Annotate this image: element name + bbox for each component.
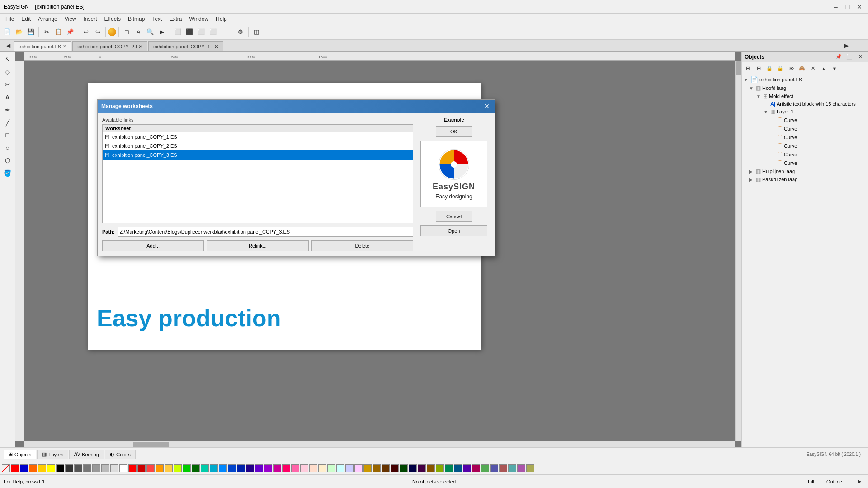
- color-swatch-maroon[interactable]: [391, 464, 399, 472]
- ws-row-2[interactable]: 🖹 exhibition panel_COPY_2 ES: [103, 141, 413, 150]
- undo-button[interactable]: ↩: [80, 27, 91, 38]
- color-swatch-forest[interactable]: [400, 464, 408, 472]
- line-tool[interactable]: ╱: [2, 117, 14, 128]
- obj-collapse-button[interactable]: ⊟: [754, 64, 764, 74]
- print-button[interactable]: 🖨: [133, 27, 144, 38]
- color-swatch-lightpurple[interactable]: [354, 464, 363, 472]
- color-swatch-plum[interactable]: [418, 464, 426, 472]
- color-swatch-slate[interactable]: [490, 464, 498, 472]
- menu-window[interactable]: Window: [185, 15, 212, 23]
- tab-scroll-left[interactable]: ◀: [3, 40, 14, 51]
- color-swatch-grape[interactable]: [463, 464, 471, 472]
- menu-effects[interactable]: Effects: [101, 15, 124, 23]
- color-swatch-teal[interactable]: [201, 464, 209, 472]
- color-swatch-mintgreen[interactable]: [327, 464, 335, 472]
- tab-copy-1[interactable]: exhibition panel_COPY_1.ES: [148, 41, 223, 51]
- open-button[interactable]: 📂: [14, 27, 24, 38]
- color-swatch-yellow-o[interactable]: [38, 464, 46, 472]
- new-button[interactable]: 📄: [2, 27, 13, 38]
- color-swatch-hotpink[interactable]: [282, 464, 290, 472]
- add-button[interactable]: Add...: [102, 240, 204, 251]
- relink-button[interactable]: Relink...: [207, 240, 308, 251]
- minimize-button[interactable]: –: [831, 2, 841, 12]
- color-swatch-darkgray[interactable]: [65, 464, 73, 472]
- color-swatch-lightred[interactable]: [146, 464, 155, 472]
- color-swatch-sage[interactable]: [481, 464, 489, 472]
- menu-bitmap[interactable]: Bitmap: [124, 15, 148, 23]
- vscroll-thumb[interactable]: [736, 61, 741, 75]
- tree-curve-5[interactable]: ▶ ⌒ Curve: [742, 150, 868, 159]
- color-swatch-red2[interactable]: [128, 464, 137, 472]
- color-swatch-crimson[interactable]: [472, 464, 480, 472]
- color-swatch-purple[interactable]: [255, 464, 263, 472]
- tree-artistic-text[interactable]: ▶ A| Artistic text block with 15 charact…: [742, 100, 868, 108]
- bottom-tab-colors[interactable]: ◐ Colors: [105, 450, 136, 459]
- menu-edit[interactable]: Edit: [18, 15, 34, 23]
- tree-root[interactable]: ▼ 📄 exhibition panel.ES: [742, 75, 868, 84]
- transform2-button[interactable]: ⬛: [184, 27, 195, 38]
- color-swatch-amber[interactable]: [156, 464, 164, 472]
- bottom-tab-objects[interactable]: ⊞ Objects: [4, 450, 36, 459]
- color-swatch-brown[interactable]: [373, 464, 381, 472]
- color-swatch-sienna[interactable]: [427, 464, 435, 472]
- obj-hide-button[interactable]: 🙈: [797, 64, 807, 74]
- menu-help[interactable]: Help: [212, 15, 231, 23]
- color-swatch-blue-r[interactable]: [20, 464, 28, 472]
- panel-pin-button[interactable]: 📌: [834, 52, 844, 62]
- tree-paskruizen[interactable]: ▶ ▥ Paskruizen laag: [742, 175, 868, 183]
- bottom-tab-kerning[interactable]: AV Kerning: [69, 450, 104, 459]
- maximize-button[interactable]: □: [843, 2, 853, 12]
- color-swatch-gray55[interactable]: [74, 464, 82, 472]
- color-swatch-rose[interactable]: [499, 464, 507, 472]
- color-swatch-gray99[interactable]: [92, 464, 100, 472]
- select-button[interactable]: ◻: [121, 27, 132, 38]
- bottom-tab-layers[interactable]: ▥ Layers: [37, 450, 68, 459]
- align-button[interactable]: ⬜: [196, 27, 207, 38]
- menu-view[interactable]: View: [61, 15, 80, 23]
- tab-close-1[interactable]: ✕: [63, 44, 66, 49]
- obj-unlock-button[interactable]: 🔓: [775, 64, 785, 74]
- crop-tool[interactable]: ✂: [2, 79, 14, 90]
- color-swatch-orange[interactable]: [29, 464, 37, 472]
- color-swatch-navy[interactable]: [409, 464, 417, 472]
- tree-hulplijnen[interactable]: ▶ ▥ Hulplijnen laag: [742, 167, 868, 175]
- color-swatch-emerald[interactable]: [445, 464, 453, 472]
- no-color-swatch[interactable]: [2, 464, 10, 472]
- arrange-button[interactable]: ≡: [223, 27, 234, 38]
- color-swatch-lavender[interactable]: [345, 464, 354, 472]
- color-swatch-blue[interactable]: [219, 464, 227, 472]
- color-swatch-graybb[interactable]: [101, 464, 109, 472]
- app-close-button[interactable]: ✕: [854, 2, 864, 12]
- color-swatch-orchid[interactable]: [517, 464, 525, 472]
- status-expand-button[interactable]: ▶: [854, 477, 864, 487]
- color-swatch-violet[interactable]: [264, 464, 272, 472]
- obj-up-button[interactable]: ▲: [819, 64, 829, 74]
- color-swatch-graydd[interactable]: [110, 464, 118, 472]
- path-input[interactable]: [118, 227, 414, 237]
- tree-curve-2[interactable]: ▶ ⌒ Curve: [742, 124, 868, 133]
- tree-layer-1[interactable]: ▼ ▥ Layer 1: [742, 108, 868, 116]
- color-swatch-aqua[interactable]: [508, 464, 516, 472]
- color-swatch-indigo[interactable]: [246, 464, 254, 472]
- color-swatch-darkgreen[interactable]: [192, 464, 200, 472]
- open-file-button[interactable]: Open: [420, 225, 487, 236]
- tree-curve-3[interactable]: ▶ ⌒ Curve: [742, 133, 868, 141]
- paste-button[interactable]: 📌: [65, 27, 75, 38]
- delete-button[interactable]: Delete: [311, 240, 413, 251]
- select-tool[interactable]: ↖: [2, 53, 14, 65]
- obj-lock-button[interactable]: 🔒: [764, 64, 774, 74]
- ellipse-tool[interactable]: ○: [2, 142, 14, 154]
- transform-button[interactable]: ⬜: [172, 27, 183, 38]
- color-swatch-khaki[interactable]: [526, 464, 534, 472]
- color-swatch-cream[interactable]: [318, 464, 326, 472]
- tab-scroll-right[interactable]: ▶: [841, 40, 852, 51]
- color-swatch-magenta[interactable]: [273, 464, 281, 472]
- tree-hoofd-laag[interactable]: ▼ ▥ Hoofd laag: [742, 84, 868, 92]
- polygon-tool[interactable]: ⬡: [2, 155, 14, 166]
- ws-row-3[interactable]: 🖹 exhibition panel_COPY_3.ES: [103, 150, 413, 160]
- horizontal-scrollbar[interactable]: [24, 441, 735, 447]
- color-swatch-red[interactable]: [11, 464, 19, 472]
- panel-close-button[interactable]: ✕: [855, 52, 865, 62]
- view-options-button[interactable]: ◫: [251, 27, 262, 38]
- menu-file[interactable]: File: [2, 15, 18, 23]
